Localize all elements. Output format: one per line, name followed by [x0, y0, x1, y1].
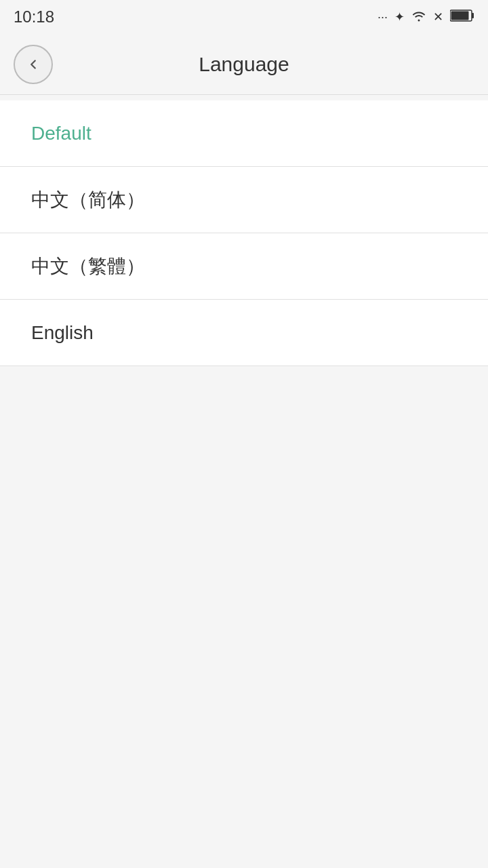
language-label-zh-hans: 中文（简体）	[31, 187, 145, 213]
status-time: 10:18	[14, 7, 54, 26]
back-button[interactable]	[14, 45, 53, 84]
wifi-icon	[411, 9, 426, 25]
signal-dots-icon: ···	[378, 10, 388, 24]
language-list: Default中文（简体）中文（繁體）English	[0, 100, 488, 366]
bluetooth-icon: ✦	[394, 9, 405, 24]
status-icons: ··· ✦ ✕	[378, 9, 474, 25]
language-label-en: English	[31, 322, 94, 344]
status-bar: 10:18 ··· ✦ ✕	[0, 0, 488, 34]
close-icon: ✕	[433, 9, 443, 24]
svg-rect-1	[472, 13, 474, 18]
app-bar: Language	[0, 34, 488, 95]
battery-icon	[450, 9, 474, 25]
language-item-zh-hans[interactable]: 中文（简体）	[0, 167, 488, 233]
language-label-default: Default	[31, 123, 92, 144]
svg-rect-2	[451, 11, 469, 20]
page-title: Language	[53, 53, 435, 76]
language-label-zh-hant: 中文（繁體）	[31, 254, 145, 279]
language-item-zh-hant[interactable]: 中文（繁體）	[0, 233, 488, 300]
language-item-en[interactable]: English	[0, 300, 488, 366]
language-item-default[interactable]: Default	[0, 100, 488, 167]
